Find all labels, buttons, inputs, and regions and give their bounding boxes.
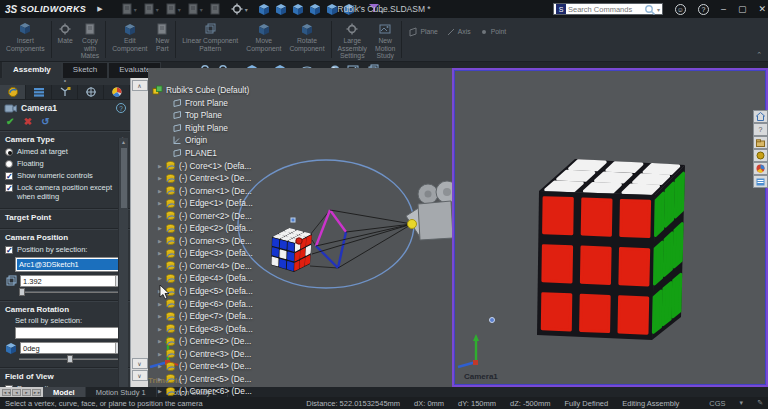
tab-feature-manager[interactable] xyxy=(26,85,52,99)
scroll-first-icon[interactable]: ◄◄ xyxy=(2,389,11,396)
restore-button[interactable]: ▢ xyxy=(738,4,747,14)
expand-caret-icon[interactable]: ▶ xyxy=(158,275,165,281)
help-tab[interactable]: ? xyxy=(753,123,768,136)
tree-item[interactable]: ▶ (-) Corner<6> (De... xyxy=(150,385,318,398)
tree-item[interactable]: Origin xyxy=(150,134,318,147)
expand-caret-icon[interactable]: ▶ xyxy=(158,263,165,269)
tab-property-manager[interactable] xyxy=(0,85,26,99)
expand-caret-icon[interactable]: ▶ xyxy=(158,200,165,206)
position-slider[interactable] xyxy=(19,288,123,296)
tab-model[interactable]: Model xyxy=(43,387,86,397)
checkbox-lock-camera-position[interactable]: ✓Lock camera position except when editin… xyxy=(5,183,125,201)
search-icon[interactable] xyxy=(644,4,655,15)
linear-component-pattern-button[interactable]: Linear Component Pattern xyxy=(179,20,241,53)
tree-item[interactable]: ▶ (-) Core<1> (Defa... xyxy=(150,159,318,172)
tree-item[interactable]: ▶ (-) Edge<7> (Defa... xyxy=(150,310,318,323)
tree-item[interactable]: ▶ (-) Corner<4> (De... xyxy=(150,260,318,273)
strip-collapse-up-icon[interactable]: ∧ xyxy=(132,80,148,91)
tree-item[interactable]: PLANE1 xyxy=(150,147,318,160)
view-cube-icon-4[interactable] xyxy=(309,3,321,16)
scroll-thumb[interactable] xyxy=(121,148,127,208)
strip-collapse-down2-icon[interactable]: ∨ xyxy=(132,370,148,381)
custom-properties-tab[interactable] xyxy=(753,175,768,188)
expand-caret-icon[interactable]: ▶ xyxy=(158,326,165,332)
tree-item[interactable]: Rubik's Cube (Default) xyxy=(150,84,318,97)
undo-button[interactable]: ▾ xyxy=(187,3,203,15)
tree-item[interactable]: ▶ (-) Edge<8> (Defa... xyxy=(150,322,318,335)
plane-button[interactable]: Plane xyxy=(405,20,440,42)
tree-item[interactable]: ▶ (-) Centre<2> (De... xyxy=(150,335,318,348)
selected-entity[interactable]: Arc1@3DSketch1 xyxy=(17,259,123,270)
copy-with-mates-button[interactable]: Copy with Mates xyxy=(78,20,103,61)
minimize-button[interactable]: – xyxy=(721,4,726,14)
roll-slider[interactable] xyxy=(19,355,123,363)
section-header[interactable]: Camera Rotation xyxy=(5,305,69,314)
insert-components-button[interactable]: Insert Components xyxy=(3,20,48,53)
axis-button[interactable]: Axis xyxy=(443,20,474,42)
radio-floating[interactable]: Floating xyxy=(5,159,125,168)
expand-caret-icon[interactable]: ▶ xyxy=(158,338,165,344)
open-button[interactable]: ▾ xyxy=(121,3,137,15)
tree-item[interactable]: Top Plane xyxy=(150,109,318,122)
expand-caret-icon[interactable]: ▶ xyxy=(158,363,165,369)
expand-caret-icon[interactable]: ▶ xyxy=(158,225,165,231)
large-assembly-settings-button[interactable]: Large Assembly Settings xyxy=(335,20,370,61)
expand-caret-icon[interactable]: ▶ xyxy=(158,163,165,169)
new-motion-study-button[interactable]: New Motion Study xyxy=(372,20,398,61)
tree-item[interactable]: ▶ (-) Corner<1> (De... xyxy=(150,184,318,197)
roll-angle-spinner[interactable]: 0deg ▲▼ xyxy=(20,342,125,354)
point-button[interactable]: Point xyxy=(476,20,510,42)
scroll-last-icon[interactable]: ►► xyxy=(32,389,41,396)
panel-help-icon[interactable]: ? xyxy=(116,103,126,113)
undo-button-panel[interactable]: ↻ xyxy=(41,116,49,127)
tab-configuration-manager[interactable] xyxy=(52,85,78,99)
move-component-button[interactable]: Move Component xyxy=(243,20,284,53)
tree-item[interactable]: ▶ (-) Edge<2> (Defa... xyxy=(150,222,318,235)
expand-caret-icon[interactable]: ▶ xyxy=(158,213,165,219)
tree-item[interactable]: ▶ (-) Corner<3> (De... xyxy=(150,235,318,248)
status-options-icon[interactable]: ▾ xyxy=(740,399,744,407)
tree-item[interactable]: ▶ (-) Edge<5> (Defa... xyxy=(150,285,318,298)
scroll-up-icon[interactable]: ▲ xyxy=(121,138,126,146)
panel-splitter-dot[interactable]: • xyxy=(0,78,130,85)
options-button[interactable]: ▾ xyxy=(231,3,248,15)
expand-caret-icon[interactable]: ▶ xyxy=(158,388,165,394)
design-library-tab[interactable] xyxy=(753,136,768,149)
view-cube-icon-2[interactable] xyxy=(275,3,287,16)
unit-system[interactable]: CGS xyxy=(709,399,725,408)
help-icon[interactable]: ? xyxy=(698,4,709,15)
view-cube-icon-3[interactable] xyxy=(292,3,304,16)
expand-caret-icon[interactable]: ▶ xyxy=(158,288,165,294)
expand-caret-icon[interactable]: ▶ xyxy=(158,313,165,319)
checkbox-show-numeric-controls[interactable]: ✓Show numeric controls xyxy=(5,171,125,180)
roll-selection-list[interactable] xyxy=(15,327,125,339)
position-distance-spinner[interactable]: 1.392 ▲▼ xyxy=(20,275,125,287)
expand-caret-icon[interactable]: ▶ xyxy=(158,250,165,256)
ribbon-collapse-icon[interactable]: ⌃ xyxy=(756,51,762,59)
expand-caret-icon[interactable]: ▶ xyxy=(158,175,165,181)
toolbox-tab[interactable] xyxy=(753,149,768,162)
tab-display-manager[interactable] xyxy=(104,85,130,99)
search-input[interactable] xyxy=(568,5,644,14)
search-dropdown-icon[interactable]: ▾ xyxy=(655,6,662,13)
zoom-fit-cube-icon[interactable] xyxy=(258,3,270,16)
rotate-component-button[interactable]: Rotate Component xyxy=(286,20,327,53)
camera-position-point[interactable] xyxy=(408,220,417,229)
tree-item[interactable]: ▶ (-) Centre<3> (De... xyxy=(150,347,318,360)
tab-motion-study-1[interactable]: Motion Study 1 xyxy=(86,387,157,397)
section-header[interactable]: Camera Position xyxy=(5,233,68,242)
checkbox-position-by-selection[interactable]: ✓Position by selection: xyxy=(5,245,125,254)
save-button[interactable]: ▾ xyxy=(143,3,159,15)
new-part-button[interactable]: New Part xyxy=(152,20,172,53)
appearance-filter-button[interactable]: ▾ xyxy=(367,0,384,18)
tree-item[interactable]: ▶ (-) Edge<3> (Defa... xyxy=(150,247,318,260)
strip-collapse-down-icon[interactable]: ∨ xyxy=(132,358,148,369)
rebuild-button[interactable] xyxy=(209,3,221,15)
edit-component-button[interactable]: Edit Component xyxy=(109,20,150,53)
home-tab[interactable] xyxy=(753,110,768,123)
tree-item[interactable]: ▶ (-) Edge<4> (Defa... xyxy=(150,272,318,285)
expand-caret-icon[interactable]: ▶ xyxy=(158,301,165,307)
view-cube-icon-5[interactable] xyxy=(326,3,338,16)
section-header[interactable]: Target Point xyxy=(5,213,51,222)
tree-item[interactable]: ▶ (-) Edge<1> (Defa... xyxy=(150,197,318,210)
